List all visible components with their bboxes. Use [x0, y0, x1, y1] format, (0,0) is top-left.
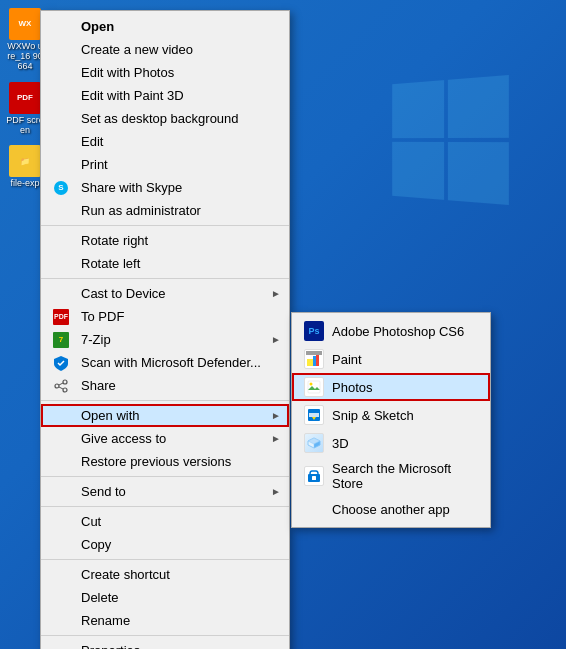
- wxwo-label: WXWo ure_16 90664: [6, 42, 44, 72]
- menu-edit-paint3d-label: Edit with Paint 3D: [81, 88, 184, 103]
- defender-icon: [51, 353, 71, 373]
- menu-open-label: Open: [81, 19, 114, 34]
- 7zip-arrow: ►: [271, 334, 281, 345]
- svg-rect-12: [309, 413, 319, 417]
- svg-rect-7: [316, 354, 319, 366]
- submenu-store[interactable]: Search the Microsoft Store: [292, 457, 490, 495]
- menu-delete-label: Delete: [81, 590, 119, 605]
- menu-edit-paint3d[interactable]: Edit with Paint 3D: [41, 84, 289, 107]
- menu-properties[interactable]: Properties: [41, 639, 289, 649]
- choose-app-icon: [304, 499, 324, 519]
- menu-cast-device-label: Cast to Device: [81, 286, 166, 301]
- submenu-snip-sketch[interactable]: Snip & Sketch: [292, 401, 490, 429]
- 3d-icon: [304, 433, 324, 453]
- menu-rename[interactable]: Rename: [41, 609, 289, 632]
- svg-rect-8: [306, 351, 322, 355]
- menu-share-skype-label: Share with Skype: [81, 180, 182, 195]
- fileexp-label: file-exp: [10, 179, 39, 189]
- menu-properties-label: Properties: [81, 643, 140, 649]
- separator-1: [41, 225, 289, 226]
- photoshop-icon: Ps: [304, 321, 324, 341]
- menu-give-access[interactable]: Give access to ►: [41, 427, 289, 450]
- menu-open-with-label: Open with: [81, 408, 140, 423]
- menu-edit-label: Edit: [81, 134, 103, 149]
- submenu-photos[interactable]: Photos: [292, 373, 490, 401]
- snip-sketch-icon: [304, 405, 324, 425]
- fileexp-icon: 📁: [9, 145, 41, 177]
- menu-rotate-right-label: Rotate right: [81, 233, 148, 248]
- submenu-paint-label: Paint: [332, 352, 362, 367]
- menu-to-pdf[interactable]: PDF To PDF: [41, 305, 289, 328]
- menu-cast-device[interactable]: Cast to Device ►: [41, 282, 289, 305]
- menu-create-video[interactable]: Create a new video: [41, 38, 289, 61]
- menu-print-label: Print: [81, 157, 108, 172]
- menu-send-to[interactable]: Send to ►: [41, 480, 289, 503]
- submenu-photoshop-label: Adobe Photoshop CS6: [332, 324, 464, 339]
- menu-to-pdf-label: To PDF: [81, 309, 124, 324]
- skype-icon: S: [51, 178, 71, 198]
- menu-rename-label: Rename: [81, 613, 130, 628]
- menu-defender-label: Scan with Microsoft Defender...: [81, 355, 261, 370]
- menu-create-shortcut-label: Create shortcut: [81, 567, 170, 582]
- give-access-arrow: ►: [271, 433, 281, 444]
- pdf-menu-icon: PDF: [51, 307, 71, 327]
- menu-edit-photos-label: Edit with Photos: [81, 65, 174, 80]
- menu-give-access-label: Give access to: [81, 431, 166, 446]
- menu-share[interactable]: Share: [41, 374, 289, 397]
- pdf-label: PDF screen: [6, 116, 44, 136]
- submenu-choose-app-label: Choose another app: [332, 502, 450, 517]
- menu-cut[interactable]: Cut: [41, 510, 289, 533]
- submenu-photos-label: Photos: [332, 380, 372, 395]
- photos-icon: [304, 377, 324, 397]
- svg-point-10: [310, 383, 313, 386]
- submenu-paint[interactable]: Paint: [292, 345, 490, 373]
- cast-device-arrow: ►: [271, 288, 281, 299]
- submenu-3d[interactable]: 3D: [292, 429, 490, 457]
- submenu-photoshop[interactable]: Ps Adobe Photoshop CS6: [292, 317, 490, 345]
- paint-icon: [304, 349, 324, 369]
- menu-defender[interactable]: Scan with Microsoft Defender...: [41, 351, 289, 374]
- menu-create-video-label: Create a new video: [81, 42, 193, 57]
- submenu-open-with: Ps Adobe Photoshop CS6 Paint: [291, 312, 491, 528]
- menu-run-admin-label: Run as administrator: [81, 203, 201, 218]
- desktop: WX WXWo ure_16 90664 PDF PDF screen 📁 fi…: [0, 0, 566, 649]
- svg-line-4: [59, 387, 63, 389]
- separator-7: [41, 635, 289, 636]
- svg-line-3: [59, 383, 63, 385]
- menu-delete[interactable]: Delete: [41, 586, 289, 609]
- menu-run-admin[interactable]: Run as administrator: [41, 199, 289, 222]
- svg-rect-5: [307, 359, 313, 366]
- open-with-arrow: ►: [271, 410, 281, 421]
- menu-rotate-left[interactable]: Rotate left: [41, 252, 289, 275]
- menu-set-desktop[interactable]: Set as desktop background: [41, 107, 289, 130]
- menu-print[interactable]: Print: [41, 153, 289, 176]
- menu-7zip[interactable]: 7 7-Zip ►: [41, 328, 289, 351]
- menu-send-to-label: Send to: [81, 484, 126, 499]
- menu-restore-prev[interactable]: Restore previous versions: [41, 450, 289, 473]
- wxwo-icon: WX: [9, 8, 41, 40]
- pdf-icon: PDF: [9, 82, 41, 114]
- send-to-arrow: ►: [271, 486, 281, 497]
- menu-copy[interactable]: Copy: [41, 533, 289, 556]
- menu-share-label: Share: [81, 378, 116, 393]
- menu-cut-label: Cut: [81, 514, 101, 529]
- menu-share-skype[interactable]: S Share with Skype: [41, 176, 289, 199]
- menu-open-with[interactable]: Open with ►: [41, 404, 289, 427]
- separator-5: [41, 506, 289, 507]
- menu-set-desktop-label: Set as desktop background: [81, 111, 239, 126]
- menu-rotate-right[interactable]: Rotate right: [41, 229, 289, 252]
- svg-rect-9: [308, 381, 320, 393]
- menu-edit[interactable]: Edit: [41, 130, 289, 153]
- submenu-choose-app[interactable]: Choose another app: [292, 495, 490, 523]
- separator-4: [41, 476, 289, 477]
- separator-2: [41, 278, 289, 279]
- svg-rect-18: [312, 476, 316, 480]
- separator-6: [41, 559, 289, 560]
- submenu-snip-sketch-label: Snip & Sketch: [332, 408, 414, 423]
- menu-create-shortcut[interactable]: Create shortcut: [41, 563, 289, 586]
- menu-edit-photos[interactable]: Edit with Photos: [41, 61, 289, 84]
- menu-open[interactable]: Open: [41, 15, 289, 38]
- menu-restore-prev-label: Restore previous versions: [81, 454, 231, 469]
- windows-logo-decoration: [386, 80, 506, 200]
- svg-point-1: [55, 384, 59, 388]
